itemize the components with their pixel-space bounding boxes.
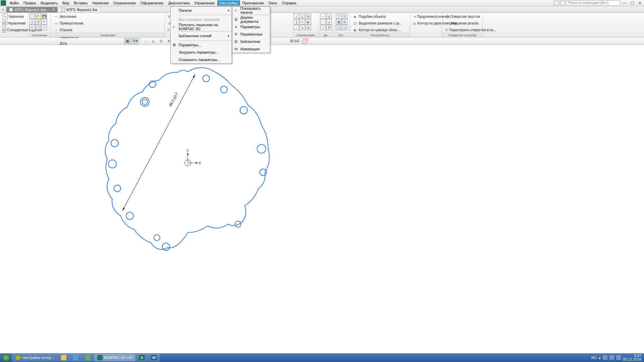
menu-design[interactable]: Оформление xyxy=(138,0,166,6)
copy-icon[interactable]: ⎘ xyxy=(30,25,35,30)
dd-numbering[interactable]: №Нумерация xyxy=(232,45,270,53)
ins-icon[interactable]: ◫ xyxy=(336,25,341,30)
toolbar-btn-2[interactable] xyxy=(560,1,566,5)
dd-load-params[interactable]: Загрузить параметры... xyxy=(171,49,232,56)
mode-standard[interactable]: ⚙Стандартные изделия xyxy=(1,27,26,33)
doc-tab-label: КПП1 Версия1.frw xyxy=(66,8,97,12)
constraint-icon[interactable]: ≡ xyxy=(300,19,305,24)
menu-edit[interactable]: Правка xyxy=(21,0,38,6)
dim-icon[interactable]: R xyxy=(327,25,332,30)
tool-twocontour[interactable]: ◎Контур по двум контурам xyxy=(412,20,441,26)
flag-icon[interactable] xyxy=(603,355,607,360)
ins-icon[interactable]: ☷ xyxy=(342,13,347,19)
undo-icon[interactable]: ↶ xyxy=(42,19,47,24)
menu-diagnostics[interactable]: Диагностика xyxy=(166,0,192,6)
explorer-icon xyxy=(61,355,66,360)
ins-icon[interactable]: ⊡ xyxy=(342,25,347,30)
dd-doc-tree[interactable]: ☰Дерево документа xyxy=(232,16,270,23)
ins-icon[interactable]: ▦ xyxy=(336,19,341,24)
tab-add[interactable]: + xyxy=(0,7,6,11)
mode-manage[interactable]: ☰Управление xyxy=(1,20,26,26)
tool-hole[interactable]: ◯Отверстие простое xyxy=(444,13,481,19)
tool-extend[interactable]: ⇥Продление/усечение xyxy=(412,13,441,19)
task-kompas[interactable]: КОМПАС-3D v18 xyxy=(94,354,135,361)
menu-window[interactable]: Окно xyxy=(266,0,280,6)
doc-tab-0[interactable]: КПП1 Версия1 мас... ✕ xyxy=(6,7,58,12)
dd-params[interactable]: ⚙Параметры... xyxy=(171,41,232,49)
dd-panels[interactable]: Панели▸ xyxy=(171,7,232,14)
menu-select[interactable]: Выделить xyxy=(38,0,60,6)
dd-show-panels[interactable]: ✓Показывать панели xyxy=(232,7,270,14)
dd-get-license[interactable]: ✓Получить лицензию на КОМПАС-3D xyxy=(171,23,232,31)
doc-tab-1[interactable]: КПП1 Версия1.frw xyxy=(58,7,100,12)
tab-close-icon[interactable]: ✕ xyxy=(52,8,55,11)
tool-thread[interactable]: ⊚Наружная резьба xyxy=(444,20,481,26)
mode-drawing[interactable]: ✎Черчение xyxy=(1,13,26,19)
eraser-icon[interactable] xyxy=(301,39,308,44)
ins-icon[interactable]: ⊞ xyxy=(342,19,347,24)
menu-settings[interactable]: Настройка xyxy=(217,0,240,6)
tool-rect[interactable]: ▭Прямоугольник xyxy=(52,20,163,26)
dd-style-libs[interactable]: Библиотеки стилей▸ xyxy=(171,32,232,40)
constraint-icon[interactable]: ⊥ xyxy=(294,13,299,19)
print-icon[interactable]: ⎙ xyxy=(30,19,35,24)
drawing-canvas[interactable]: X Y 36.2 ±0.7 xyxy=(0,45,644,353)
minimize-button[interactable]: — xyxy=(621,1,628,5)
task-explorer[interactable] xyxy=(58,354,69,361)
close-button[interactable]: ✕ xyxy=(637,1,643,5)
task-chrome[interactable]: Настройка интер... xyxy=(12,354,57,361)
save-icon[interactable]: 💾 xyxy=(42,13,47,19)
rect-icon: ▭ xyxy=(53,20,59,26)
constraint-icon[interactable]: ⊙ xyxy=(300,25,305,30)
dd-parameters[interactable]: ≡Параметры xyxy=(232,23,270,31)
tool-autoline[interactable]: 〰Автолиния xyxy=(52,13,163,19)
menu-view[interactable]: Вид xyxy=(60,0,71,6)
redo-icon[interactable]: ↷ xyxy=(42,25,47,30)
taskbar-clock[interactable]: 9:37 03.12.2018 xyxy=(623,354,641,361)
menu-manage[interactable]: Управление xyxy=(192,0,217,6)
ins-icon[interactable]: T xyxy=(336,13,341,19)
task-app3[interactable] xyxy=(82,354,94,361)
dim-icon[interactable]: ⤢ xyxy=(320,25,326,30)
menu-help[interactable]: Справка xyxy=(280,0,299,6)
tray-up-icon[interactable]: ▴ xyxy=(599,356,601,360)
tool-selectdim[interactable]: ⊡Выделение размеров с ру... xyxy=(351,20,409,26)
task-word[interactable]: W xyxy=(148,354,160,361)
dim-icon[interactable]: ∡ xyxy=(327,13,332,19)
menu-constraints[interactable]: Ограничения xyxy=(111,0,138,6)
start-button[interactable] xyxy=(0,353,12,362)
menu-file[interactable]: Файл xyxy=(7,0,21,6)
svg-text:X: X xyxy=(198,161,201,165)
tool-boundary[interactable]: ◐Контур по границе облас... xyxy=(351,27,409,33)
action-center-icon[interactable] xyxy=(609,355,614,360)
constraint-icon[interactable]: ⟂ xyxy=(294,25,299,30)
new-icon[interactable]: □ xyxy=(30,13,35,19)
menu-drawing[interactable]: Черчение xyxy=(90,0,111,6)
dd-libraries[interactable]: ☰Библиотеки xyxy=(232,38,270,45)
dim-icon[interactable]: ↔ xyxy=(320,13,326,19)
dim-icon[interactable]: ↕ xyxy=(320,19,326,24)
task-app2[interactable] xyxy=(70,354,81,361)
constraint-icon[interactable]: ∥ xyxy=(294,19,299,24)
tool-similar[interactable]: ◈Подобие объекта xyxy=(351,13,409,19)
paste-icon[interactable]: 📋 xyxy=(36,25,41,30)
constraint-icon[interactable]: ⊕ xyxy=(306,13,311,19)
task-excel[interactable]: X xyxy=(136,354,148,361)
constraint-icon[interactable]: ∠ xyxy=(300,13,305,19)
lang-indicator[interactable]: RU xyxy=(591,356,597,360)
properties-icon[interactable]: ☰ xyxy=(36,19,41,24)
dd-variables[interactable]: fxПеременные xyxy=(232,31,270,38)
tool-rebuild[interactable]: ↻Перестроить отверстия и из... xyxy=(444,27,481,33)
menu-insert[interactable]: Вставка xyxy=(71,0,90,6)
toolbar-btn-1[interactable] xyxy=(554,1,559,5)
menu-apps[interactable]: Приложения xyxy=(240,0,266,6)
open-icon[interactable]: 📂 xyxy=(36,13,41,19)
dd-save-params[interactable]: Сохранить параметры... xyxy=(171,56,232,63)
constraint-icon[interactable]: ⊗ xyxy=(306,25,311,30)
command-search[interactable]: Поиск по командам (Alt+/) xyxy=(567,0,620,6)
tool-segment[interactable]: ─Отрезок xyxy=(52,27,163,33)
constraint-icon[interactable]: ◐ xyxy=(306,19,311,24)
volume-icon[interactable] xyxy=(616,355,621,360)
maximize-button[interactable]: ▢ xyxy=(629,1,636,5)
dim-icon[interactable]: ⌀ xyxy=(327,19,332,24)
